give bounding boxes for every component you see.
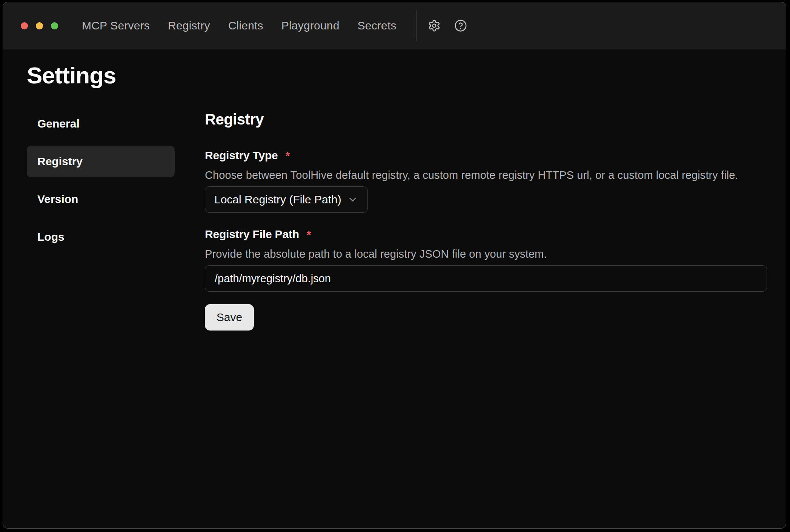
sidebar-item-label: General [37,117,80,130]
sidebar-item-label: Registry [37,155,83,168]
required-asterisk: * [286,149,290,163]
nav-item-mcp-servers[interactable]: MCP Servers [82,19,150,32]
registry-file-path-label: Registry File Path [205,228,299,241]
required-asterisk: * [307,228,311,241]
sidebar-item-registry[interactable]: Registry [27,146,175,177]
registry-type-label: Registry Type [205,149,278,162]
registry-settings-panel: Registry Registry Type * Choose between … [205,108,767,331]
settings-page: Settings General Registry Version Logs R… [3,49,786,331]
titlebar: MCP Servers Registry Clients Playground … [3,2,786,49]
sidebar-item-label: Version [37,193,78,206]
registry-file-path-label-row: Registry File Path * [205,228,767,241]
settings-sidebar: General Registry Version Logs [27,108,175,331]
help-circle-icon[interactable] [454,19,467,32]
nav-divider [416,10,417,41]
window-controls [21,22,58,29]
chevron-down-icon [347,194,358,205]
app-window: MCP Servers Registry Clients Playground … [3,2,786,529]
sidebar-item-label: Logs [37,231,65,243]
save-button[interactable]: Save [205,304,254,331]
titlebar-icons [428,19,467,32]
sidebar-item-version[interactable]: Version [27,183,175,215]
registry-type-label-row: Registry Type * [205,149,767,163]
section-heading: Registry [205,108,767,128]
registry-type-selected-value: Local Registry (File Path) [214,193,342,206]
top-nav: MCP Servers Registry Clients Playground … [82,19,397,32]
minimize-window-button[interactable] [36,22,43,29]
registry-type-description: Choose between ToolHive default registry… [205,169,767,181]
zoom-window-button[interactable] [51,22,58,29]
nav-item-registry[interactable]: Registry [168,19,210,32]
registry-file-path-input[interactable] [205,265,767,292]
close-window-button[interactable] [21,22,28,29]
page-title: Settings [27,63,786,88]
nav-item-clients[interactable]: Clients [228,19,263,32]
registry-file-path-description: Provide the absolute path to a local reg… [205,248,767,260]
nav-item-playground[interactable]: Playground [281,19,340,32]
sidebar-item-general[interactable]: General [27,108,175,140]
nav-item-secrets[interactable]: Secrets [358,19,397,32]
registry-type-select[interactable]: Local Registry (File Path) [205,186,368,213]
sidebar-item-logs[interactable]: Logs [27,221,175,253]
settings-gear-icon[interactable] [428,19,441,32]
